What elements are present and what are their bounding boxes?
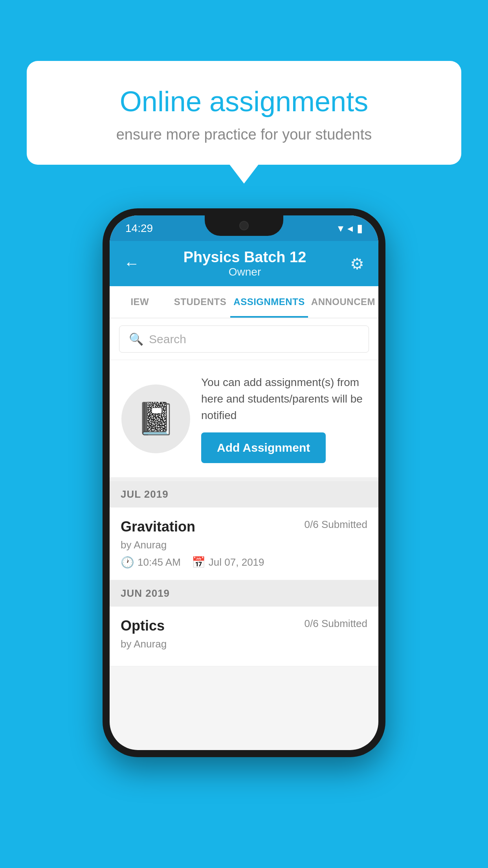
assignment-meta: 🕐 10:45 AM 📅 Jul 07, 2019	[121, 556, 367, 569]
notebook-icon: 📓	[136, 400, 176, 437]
assignment-submitted: 0/6 Submitted	[305, 519, 367, 531]
phone-screen: 14:29 ▾ ◂ ▮ ← Physics Batch 12 Owner ⚙	[110, 215, 378, 750]
section-header-jul: JUL 2019	[110, 481, 378, 508]
clock-icon: 🕐	[121, 556, 134, 569]
meta-time: 🕐 10:45 AM	[121, 556, 181, 569]
phone-mockup: 14:29 ▾ ◂ ▮ ← Physics Batch 12 Owner ⚙	[103, 208, 385, 757]
assignment-by-optics: by Anurag	[121, 638, 367, 650]
assignment-name: Gravitation	[121, 519, 195, 535]
add-assignment-section: 📓 You can add assignment(s) from here an…	[110, 360, 378, 481]
tab-iew[interactable]: IEW	[110, 286, 170, 318]
tab-assignments[interactable]: ASSIGNMENTS	[230, 286, 308, 318]
assignment-name-optics: Optics	[121, 618, 165, 634]
assignment-item-header: Gravitation 0/6 Submitted	[121, 519, 367, 535]
assignment-time: 10:45 AM	[138, 556, 181, 568]
bubble-title: Online assignments	[54, 85, 434, 118]
section-header-jun: JUN 2019	[110, 580, 378, 607]
phone-notch	[205, 215, 283, 236]
assignment-info-text: You can add assignment(s) from here and …	[201, 374, 367, 424]
search-bar[interactable]: 🔍 Search	[119, 326, 369, 353]
battery-icon: ▮	[357, 222, 363, 235]
speech-bubble: Online assignments ensure more practice …	[27, 61, 461, 165]
gear-icon[interactable]: ⚙	[350, 255, 364, 273]
wifi-icon: ▾	[338, 222, 343, 235]
header-subtitle: Owner	[183, 266, 306, 278]
bubble-subtitle: ensure more practice for your students	[54, 126, 434, 143]
assignment-icon-circle: 📓	[121, 384, 190, 453]
speech-bubble-wrapper: Online assignments ensure more practice …	[27, 61, 461, 165]
tabs-bar: IEW STUDENTS ASSIGNMENTS ANNOUNCEM	[110, 286, 378, 318]
phone-outer: 14:29 ▾ ◂ ▮ ← Physics Batch 12 Owner ⚙	[103, 208, 385, 757]
tab-announcements[interactable]: ANNOUNCEM	[308, 286, 378, 318]
app-header: ← Physics Batch 12 Owner ⚙	[110, 241, 378, 286]
assignment-item-header-optics: Optics 0/6 Submitted	[121, 618, 367, 634]
header-title: Physics Batch 12	[183, 249, 306, 266]
meta-date: 📅 Jul 07, 2019	[192, 556, 264, 569]
assignment-info: You can add assignment(s) from here and …	[201, 374, 367, 463]
assignment-by: by Anurag	[121, 539, 367, 551]
header-center: Physics Batch 12 Owner	[183, 249, 306, 278]
assignment-submitted-optics: 0/6 Submitted	[305, 618, 367, 630]
assignment-date: Jul 07, 2019	[209, 556, 264, 568]
assignment-item-gravitation[interactable]: Gravitation 0/6 Submitted by Anurag 🕐 10…	[110, 508, 378, 580]
calendar-icon: 📅	[192, 556, 205, 569]
status-time: 14:29	[125, 222, 153, 235]
search-container: 🔍 Search	[110, 318, 378, 360]
status-icons: ▾ ◂ ▮	[338, 222, 363, 235]
tab-students[interactable]: STUDENTS	[170, 286, 231, 318]
add-assignment-button[interactable]: Add Assignment	[201, 432, 326, 463]
back-button[interactable]: ←	[124, 255, 139, 272]
assignment-item-optics[interactable]: Optics 0/6 Submitted by Anurag	[110, 607, 378, 666]
camera-dot	[239, 221, 249, 230]
signal-icon: ◂	[347, 222, 353, 235]
search-input-placeholder[interactable]: Search	[149, 333, 186, 346]
search-icon: 🔍	[129, 332, 143, 346]
